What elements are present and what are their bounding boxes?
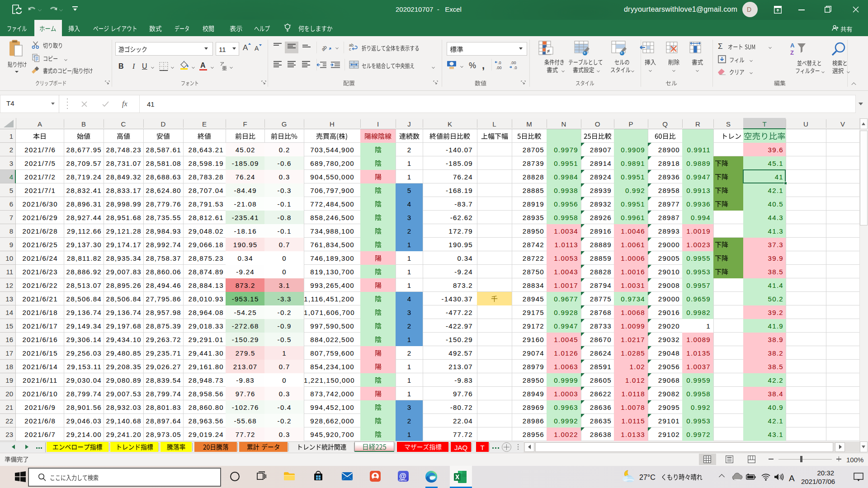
svg-text:c: c — [349, 47, 351, 51]
svg-text:ab: ab — [322, 44, 328, 52]
svg-text:.0: .0 — [514, 66, 517, 70]
svg-text:.00: .00 — [510, 61, 516, 65]
svg-text:≠: ≠ — [547, 48, 550, 54]
svg-text:.00: .00 — [496, 66, 502, 70]
svg-text:.0: .0 — [498, 61, 501, 65]
